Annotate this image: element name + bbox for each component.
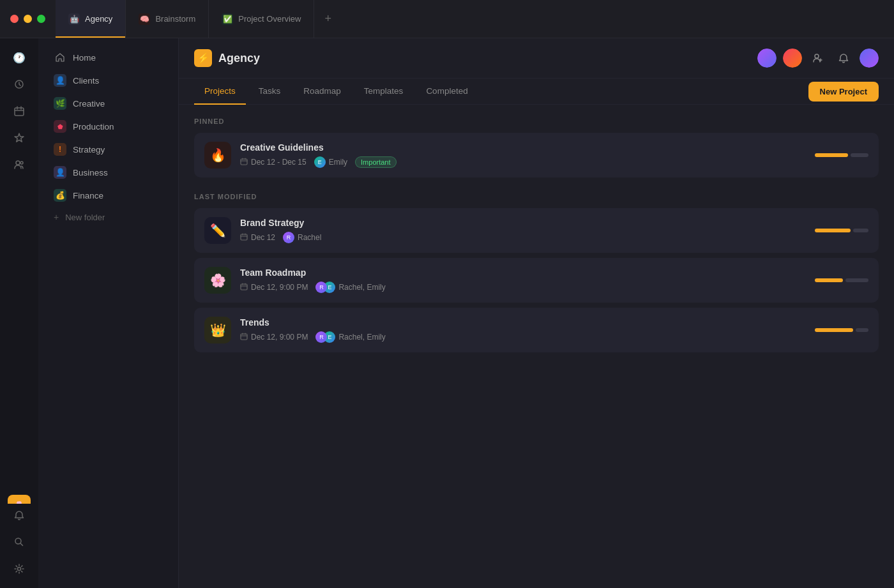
nav-tabs: Projects Tasks Roadmap Templates Complet…: [179, 79, 894, 105]
nav-tab-projects[interactable]: Projects: [194, 79, 246, 105]
nav-tab-templates[interactable]: Templates: [354, 79, 414, 105]
sidebar-item-home[interactable]: Home: [43, 46, 173, 69]
icon-bar-search[interactable]: [8, 531, 31, 554]
sidebar-label-home: Home: [73, 53, 96, 63]
sidebar-label-creative: Creative: [73, 99, 105, 109]
header-right: [757, 49, 879, 68]
content-header: ⚡ Agency: [179, 38, 894, 79]
svg-rect-1: [15, 108, 24, 116]
nav-tab-roadmap[interactable]: Roadmap: [293, 79, 351, 105]
rachel-avatar-brand: R: [283, 232, 294, 243]
projects-content: PINNED 🔥 Creative Guidelines: [179, 105, 894, 588]
avatar-img-2: [783, 49, 802, 68]
new-folder-button[interactable]: + New folder: [43, 207, 173, 227]
agency-tab-label: Agency: [85, 14, 112, 24]
svg-point-4: [815, 54, 819, 58]
progress-filled: [815, 278, 843, 282]
page-title: Agency: [218, 52, 260, 65]
agency-tab-icon: 🤖: [68, 13, 80, 25]
trends-icon: 👑: [204, 317, 231, 343]
project-item-team-roadmap[interactable]: 🌸 Team Roadmap Dec: [194, 258, 879, 303]
roadmap-assignees-item: R E Rachel, Emily: [315, 282, 385, 293]
sidebar-label-clients: Clients: [73, 76, 99, 86]
strategy-icon: !: [54, 143, 66, 156]
new-project-button[interactable]: New Project: [808, 82, 879, 102]
finance-icon: 💰: [54, 189, 66, 202]
icon-bar-bottom: [0, 504, 38, 588]
sidebar: Home 👤 Clients 🌿 Creative ⬟ Production !…: [38, 38, 179, 588]
icon-bar-activity[interactable]: [8, 73, 31, 96]
sidebar-item-creative[interactable]: 🌿 Creative: [43, 92, 173, 115]
user-avatar[interactable]: [860, 49, 879, 68]
sidebar-label-strategy: Strategy: [73, 145, 105, 155]
trends-date-text: Dec 12, 9:00 PM: [251, 333, 308, 342]
new-folder-plus-icon: +: [54, 212, 59, 222]
production-icon: ⬟: [54, 120, 66, 133]
calendar-meta-icon: [240, 158, 248, 167]
progress-empty: [845, 278, 868, 282]
user-avatar-img: [860, 49, 879, 68]
date-range-item: Dec 12 - Dec 15: [240, 158, 307, 167]
sidebar-label-business: Business: [73, 168, 108, 177]
svg-rect-7: [241, 284, 247, 290]
tab-agency[interactable]: 🤖 Agency: [56, 0, 126, 38]
icon-bar-calendar[interactable]: [8, 100, 31, 123]
tab-brainstorm[interactable]: 🧠 Brainstorm: [126, 0, 209, 38]
brand-strategy-icon: ✏️: [204, 217, 231, 244]
sidebar-item-finance[interactable]: 💰 Finance: [43, 184, 173, 207]
content-title: ⚡ Agency: [194, 49, 260, 67]
window-controls: [0, 15, 56, 23]
icon-bar-clock[interactable]: 🕐: [8, 46, 31, 69]
close-button[interactable]: [10, 15, 19, 23]
brand-date-item: Dec 12: [240, 233, 275, 242]
assignee-name: Emily: [329, 158, 347, 167]
sidebar-item-clients[interactable]: 👤 Clients: [43, 69, 173, 92]
sidebar-item-production[interactable]: ⬟ Production: [43, 115, 173, 138]
creative-guidelines-progress: [802, 153, 868, 157]
brand-strategy-name: Brand Strategy: [240, 218, 802, 228]
nav-tab-completed[interactable]: Completed: [416, 79, 478, 105]
roadmap-date-item: Dec 12, 9:00 PM: [240, 283, 308, 292]
icon-bar-settings[interactable]: [8, 557, 31, 580]
nav-tab-tasks[interactable]: Tasks: [248, 79, 291, 105]
add-member-button[interactable]: [808, 49, 828, 68]
pinned-section: PINNED 🔥 Creative Guidelines: [194, 117, 879, 177]
team-roadmap-name: Team Roadmap: [240, 268, 802, 278]
creative-icon: 🌿: [54, 97, 66, 110]
roadmap-calendar-icon: [240, 283, 248, 292]
svg-rect-6: [241, 234, 247, 240]
team-roadmap-meta: Dec 12, 9:00 PM R E Rachel, Emily: [240, 282, 802, 293]
creative-guidelines-meta: Dec 12 - Dec 15 E Emily Important: [240, 156, 802, 168]
brand-strategy-meta: Dec 12 R Rachel: [240, 232, 802, 243]
tabs-bar: 🤖 Agency 🧠 Brainstorm ✅ Project Overview…: [56, 0, 894, 38]
brainstorm-tab-label: Brainstorm: [155, 14, 195, 24]
project-item-brand-strategy[interactable]: ✏️ Brand Strategy D: [194, 208, 879, 253]
brand-assignee-name: Rachel: [298, 233, 321, 242]
roadmap-date-text: Dec 12, 9:00 PM: [251, 283, 308, 292]
tab-project-overview[interactable]: ✅ Project Overview: [209, 0, 314, 38]
project-item-creative-guidelines[interactable]: 🔥 Creative Guidelines: [194, 133, 879, 177]
team-roadmap-icon: 🌸: [204, 267, 231, 294]
progress-empty: [851, 153, 868, 157]
add-tab-button[interactable]: +: [314, 0, 342, 38]
sidebar-label-production: Production: [73, 122, 114, 132]
last-modified-label: LAST MODIFIED: [194, 193, 879, 200]
assignee-item: E Emily: [314, 156, 347, 168]
icon-bar-notifications[interactable]: [8, 504, 31, 527]
maximize-button[interactable]: [37, 15, 45, 23]
home-icon: [54, 51, 66, 64]
avatar-img-1: [757, 49, 777, 68]
important-tag: Important: [355, 156, 396, 168]
icon-bar-star[interactable]: [8, 126, 31, 149]
icon-bar-people[interactable]: [8, 153, 31, 176]
notifications-button[interactable]: [834, 49, 853, 68]
trends-info: Trends Dec 12, 9:00 PM: [240, 317, 802, 343]
main-layout: 🕐 🌸: [0, 38, 894, 588]
sidebar-item-business[interactable]: 👤 Business: [43, 161, 173, 184]
svg-rect-8: [241, 334, 247, 340]
progress-filled: [815, 153, 848, 157]
minimize-button[interactable]: [24, 15, 32, 23]
project-item-trends[interactable]: 👑 Trends Dec 12, 9: [194, 308, 879, 352]
content-area: ⚡ Agency: [179, 38, 894, 588]
sidebar-item-strategy[interactable]: ! Strategy: [43, 138, 173, 161]
